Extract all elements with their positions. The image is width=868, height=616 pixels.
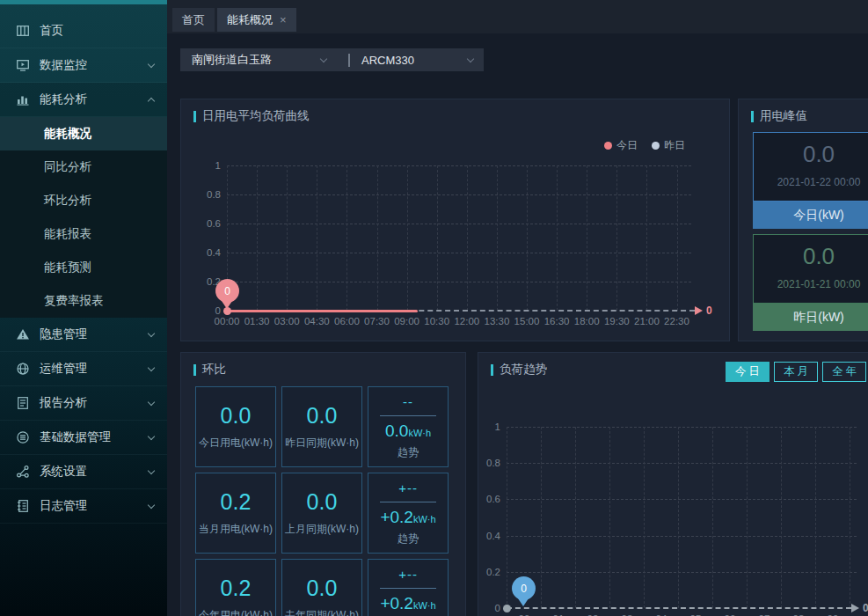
gridline-v bbox=[609, 427, 610, 608]
y-axis-tick: 1 bbox=[478, 422, 500, 433]
gridline-v bbox=[541, 427, 542, 608]
chevron-down-icon bbox=[148, 363, 155, 370]
y-axis-tick: 0.6 bbox=[186, 218, 221, 230]
trend-unit: kW·h bbox=[413, 600, 436, 611]
legend-item-今日[interactable]: 今日 bbox=[604, 138, 638, 153]
sidebar-item-monitor[interactable]: 数据监控 bbox=[0, 48, 167, 83]
tab-1[interactable]: 能耗概况× bbox=[217, 8, 296, 32]
sidebar-subitem[interactable]: 同比分析 bbox=[0, 150, 167, 184]
gridline-v bbox=[678, 427, 679, 608]
tab-0[interactable]: 首页 bbox=[172, 8, 215, 32]
device-select[interactable]: ARCM330 bbox=[350, 48, 484, 71]
huanbi-value: 0.0 bbox=[307, 403, 338, 429]
trend-range-button[interactable]: 全年 bbox=[822, 362, 866, 382]
trend-chart: 00.20.40.60.810001020304050607080900 bbox=[478, 353, 868, 616]
sidebar-item-bar-chart[interactable]: 能耗分析 bbox=[0, 83, 167, 117]
gridline-v bbox=[747, 427, 748, 608]
trend-range-button[interactable]: 今日 bbox=[726, 362, 770, 382]
huanbi-label: 当月用电(kW·h) bbox=[199, 522, 273, 537]
marker-value: 0 bbox=[215, 279, 239, 303]
huanbi-value: 0.0 bbox=[307, 576, 338, 601]
sidebar-item-database[interactable]: 基础数据管理 bbox=[0, 421, 167, 455]
x-axis-tick: 22:30 bbox=[658, 316, 697, 327]
title-accent-bar bbox=[751, 111, 754, 122]
panel-title: 负荷趋势 bbox=[491, 362, 547, 378]
huanbi-label: 上月同期(kW·h) bbox=[285, 522, 359, 537]
trend-divider bbox=[380, 415, 436, 416]
sidebar-item-warning[interactable]: 隐患管理 bbox=[0, 318, 167, 352]
gridline-v bbox=[646, 165, 647, 311]
trend-unit: kW·h bbox=[413, 514, 436, 524]
gridline-v bbox=[346, 165, 347, 311]
tab-strip: 首页能耗概况× bbox=[167, 0, 868, 32]
huanbi-value: 0.0 bbox=[307, 489, 338, 515]
trend-range-button[interactable]: 本月 bbox=[774, 362, 818, 382]
trend-panel: 负荷趋势 今日本月全年 00.20.40.60.8100010203040506… bbox=[478, 352, 868, 616]
huanbi-value: 0.2 bbox=[221, 489, 252, 515]
legend-dot bbox=[652, 142, 660, 150]
panel-title: 用电峰值 bbox=[751, 108, 807, 124]
marker-tail bbox=[222, 301, 232, 309]
database-icon bbox=[16, 430, 30, 444]
legend-item-昨日[interactable]: 昨日 bbox=[652, 138, 685, 153]
sidebar-item-report[interactable]: 报告分析 bbox=[0, 386, 167, 421]
huanbi-label: 今日用电(kW·h) bbox=[199, 436, 273, 451]
peak-card-label: 今日(kW) bbox=[753, 202, 868, 229]
trend-delta: +-- bbox=[398, 567, 418, 582]
sidebar-subitem[interactable]: 复费率报表 bbox=[0, 284, 167, 318]
huanbi-trend-card: +--+0.2kW·h趋势 bbox=[368, 559, 449, 616]
x-axis-line bbox=[507, 607, 851, 609]
sidebar-item-home[interactable]: 首页 bbox=[0, 14, 167, 48]
axis-origin-dot bbox=[503, 605, 511, 612]
gridline-h bbox=[507, 427, 857, 428]
huanbi-panel: 环比 0.0今日用电(kW·h)0.0昨日同期(kW·h)--0.0kW·h趋势… bbox=[180, 352, 466, 616]
y-axis-tick: 0.8 bbox=[478, 458, 500, 469]
home-icon bbox=[16, 24, 30, 38]
y-axis-tick: 0.4 bbox=[478, 531, 500, 542]
gridline-v bbox=[407, 165, 408, 311]
trend-label: 趋势 bbox=[398, 532, 419, 546]
sidebar-item-globe[interactable]: 运维管理 bbox=[0, 352, 167, 386]
legend-dot bbox=[604, 142, 612, 150]
axis-arrow-icon bbox=[695, 306, 703, 315]
trend-range-buttons: 今日本月全年 bbox=[726, 362, 866, 382]
station-select-value: 南闸街道白玉路 bbox=[192, 52, 272, 68]
panel-title-text: 环比 bbox=[202, 362, 226, 378]
log-icon bbox=[16, 499, 30, 513]
gridline-v bbox=[587, 165, 587, 311]
gridline-v bbox=[677, 165, 678, 311]
huanbi-value-card: 0.0昨日同期(kW·h) bbox=[281, 386, 362, 467]
station-select[interactable]: 南闸街道白玉路 bbox=[180, 48, 337, 71]
trend-label: 趋势 bbox=[398, 445, 419, 460]
sidebar-subitem[interactable]: 能耗概况 bbox=[0, 117, 167, 150]
nodes-icon bbox=[16, 465, 30, 479]
legend-label: 今日 bbox=[616, 138, 638, 153]
gridline-h bbox=[227, 165, 691, 166]
panel-title-text: 日用电平均负荷曲线 bbox=[202, 108, 310, 124]
sidebar-subitem[interactable]: 能耗报表 bbox=[0, 217, 167, 251]
gridline-h bbox=[507, 536, 857, 537]
huanbi-value-card: 0.2今年用电(kW·h) bbox=[195, 559, 276, 616]
peak-card-blue: 0.02021-01-22 00:00今日(kW) bbox=[753, 132, 868, 229]
sidebar-subitem[interactable]: 能耗预测 bbox=[0, 251, 167, 284]
marker-value: 0 bbox=[512, 576, 536, 600]
daily-load-curve-panel: 日用电平均负荷曲线 今日昨日 00.20.40.60.8100:0001:300… bbox=[180, 99, 730, 341]
trend-divider bbox=[380, 502, 436, 502]
chevron-down-icon bbox=[148, 466, 155, 473]
sidebar-item-nodes[interactable]: 系统设置 bbox=[0, 455, 167, 489]
close-icon[interactable]: × bbox=[280, 14, 287, 26]
sidebar-subitem[interactable]: 环比分析 bbox=[0, 184, 167, 217]
report-icon bbox=[16, 396, 30, 410]
tab-label: 首页 bbox=[182, 12, 205, 28]
sidebar-item-log[interactable]: 日志管理 bbox=[0, 489, 167, 524]
huanbi-value: 0.2 bbox=[221, 576, 252, 601]
app-root: 首页数据监控能耗分析能耗概况同比分析环比分析能耗报表能耗预测复费率报表隐患管理运… bbox=[0, 0, 868, 616]
gridline-v bbox=[644, 427, 645, 608]
panel-title: 日用电平均负荷曲线 bbox=[193, 108, 310, 124]
chevron-down-icon bbox=[148, 329, 155, 336]
peak-panel: 用电峰值 0.02021-01-22 00:00今日(kW)0.02021-01… bbox=[738, 99, 868, 341]
gridline-v bbox=[850, 427, 850, 608]
chart-legend: 今日昨日 bbox=[604, 138, 685, 153]
gridline-v bbox=[377, 165, 378, 311]
panel-title-text: 负荷趋势 bbox=[500, 362, 547, 378]
